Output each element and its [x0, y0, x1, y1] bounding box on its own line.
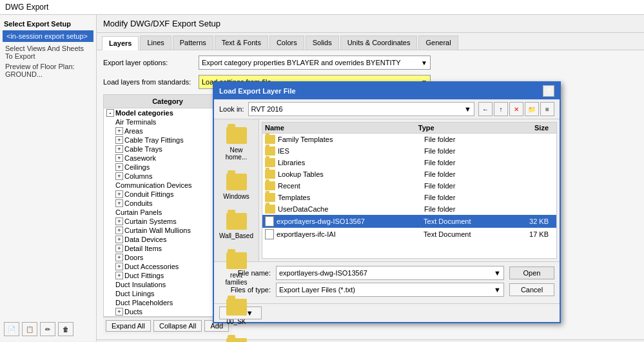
nav-old-plans[interactable]: OLD_PLANS [218, 336, 255, 342]
file-row-ies[interactable]: IES File folder [262, 145, 556, 157]
expand-conduit-fittings[interactable]: + [115, 190, 123, 198]
load-layers-label: Load layers from standards: [103, 78, 193, 86]
tabs-bar: Layers Lines Patterns Text & Fonts Color… [97, 33, 644, 50]
left-panel-item-views[interactable]: Select Views And Sheets To Export [3, 43, 93, 61]
file-row-lookup-tables[interactable]: Lookup Tables File folder [262, 168, 556, 180]
left-panel-selected-item[interactable]: <in-session export setup> [3, 30, 93, 42]
tab-lines[interactable]: Lines [140, 35, 171, 50]
look-in-arrow: ▼ [464, 105, 471, 113]
left-panel: Select Export Setup <in-session export s… [0, 15, 97, 341]
folder-icon-recent [265, 181, 275, 190]
expand-ducts[interactable]: + [115, 308, 123, 316]
export-layer-options-select[interactable]: Export category properties BYLAYER and o… [199, 55, 431, 70]
file-dialog-footer: Tools ▼ [214, 303, 560, 322]
expand-model-categories[interactable]: - [106, 109, 114, 117]
doc-icon-exportlayers-dwg [265, 216, 274, 226]
folder-icon-lookup-tables [265, 170, 275, 179]
app-title: DWG Export [5, 3, 48, 12]
file-row-exportlayers-dwg[interactable]: exportlayers-dwg-ISO13567 Text Document … [262, 215, 556, 228]
nav-windows[interactable]: Windows [218, 171, 255, 203]
file-dialog-title: Load Export Layer File [219, 87, 296, 95]
file-row-templates[interactable]: Templates File folder [262, 192, 556, 203]
nav-new-home-label: New home... [220, 146, 253, 161]
tab-units-coordinates[interactable]: Units & Coordinates [340, 35, 418, 50]
expand-curtain-systems[interactable]: + [115, 217, 123, 225]
doc-icon-exportlayers-ifc [265, 229, 274, 239]
file-type-label: Files of type: [219, 286, 271, 294]
rename-button[interactable]: ✏ [40, 322, 55, 336]
back-button[interactable]: ← [478, 102, 493, 116]
file-type-select[interactable]: Export Layer Files (*.txt) ▼ [276, 283, 504, 297]
nav-windows-label: Windows [223, 193, 249, 200]
expand-ceilings[interactable]: + [115, 163, 123, 171]
file-name-arrow: ▼ [494, 269, 501, 277]
left-panel-item-preview[interactable]: Preview of Floor Plan: GROUND... [3, 61, 93, 79]
00-sk-folder-icon [226, 299, 247, 316]
expand-areas[interactable]: + [115, 127, 123, 135]
file-name-input[interactable]: exportlayers-dwg-ISO13567 ▼ [276, 266, 504, 280]
folder-icon-family-templates [265, 135, 275, 144]
new-home-folder-icon [226, 127, 247, 144]
up-button[interactable]: ↑ [494, 102, 508, 116]
expand-doors[interactable]: + [115, 254, 123, 261]
file-row-libraries[interactable]: Libraries File folder [262, 157, 556, 168]
collapse-all-button[interactable]: Collapse All [153, 320, 202, 332]
open-button[interactable]: Open [509, 267, 554, 279]
expand-conduits[interactable]: + [115, 199, 123, 207]
file-dialog-body: New home... Windows Wall_Based [214, 119, 560, 261]
col-type: Type [418, 124, 495, 132]
tab-layers[interactable]: Layers [102, 36, 139, 50]
file-dialog-bottom: File name: exportlayers-dwg-ISO13567 ▼ O… [214, 261, 560, 303]
copy-button[interactable]: 📋 [22, 322, 37, 336]
file-dialog-help-button[interactable]: ? [543, 85, 554, 97]
wall-based-folder-icon [226, 213, 247, 230]
file-row-user-data-cache[interactable]: UserDataCache File folder [262, 203, 556, 215]
look-in-label: Look in: [219, 105, 244, 113]
col-size: Size [495, 124, 554, 132]
lower-area: Category - Model categories Air Terminal… [103, 94, 638, 334]
main-footer: OK Cancel [97, 339, 644, 342]
tab-solids[interactable]: Solids [306, 35, 339, 50]
nav-new-home[interactable]: New home... [218, 125, 255, 163]
file-left-nav: New home... Windows Wall_Based [214, 119, 259, 261]
file-list-header: Name Type Size [262, 123, 556, 134]
file-row-family-templates[interactable]: Family Templates File folder [262, 134, 556, 145]
windows-folder-icon [226, 174, 247, 190]
dialog-title: Modify DWG/DXF Export Setup [97, 15, 644, 33]
dialog-title-text: Modify DWG/DXF Export Setup [103, 19, 220, 28]
tab-text-fonts[interactable]: Text & Fonts [215, 35, 268, 50]
left-panel-title: Select Export Setup [3, 17, 93, 30]
export-layer-options-label: Export layer options: [103, 59, 193, 66]
export-layer-options-arrow: ▼ [421, 59, 427, 66]
expand-detail-items[interactable]: + [115, 245, 123, 252]
views-button[interactable]: ≡ [540, 102, 554, 116]
expand-curtain-wall-mullions[interactable]: + [115, 226, 123, 234]
tab-colors[interactable]: Colors [269, 35, 304, 50]
expand-cable-tray-fittings[interactable]: + [115, 136, 123, 144]
file-type-arrow: ▼ [494, 286, 501, 294]
revit-families-folder-icon [226, 252, 247, 269]
new-folder-button[interactable]: 📁 [525, 102, 539, 116]
tab-patterns[interactable]: Patterns [173, 35, 213, 50]
cancel-file-button[interactable]: Cancel [509, 283, 554, 296]
look-in-select[interactable]: RVT 2016 ▼ [248, 102, 474, 116]
expand-cable-trays[interactable]: + [115, 145, 123, 153]
file-type-row: Files of type: Export Layer Files (*.txt… [219, 283, 554, 297]
left-panel-bottom-buttons: 📄 📋 ✏ 🗑 [3, 319, 93, 339]
file-row-exportlayers-ifc[interactable]: exportlayers-ifc-IAI Text Document 17 KB [262, 228, 556, 241]
expand-casework[interactable]: + [115, 154, 123, 162]
nav-wall-based[interactable]: Wall_Based [218, 210, 255, 242]
new-button[interactable]: 📄 [4, 322, 19, 336]
expand-all-button[interactable]: Expand All [106, 320, 151, 332]
expand-duct-accessories[interactable]: + [115, 263, 123, 270]
delete-file-button[interactable]: ✕ [509, 102, 523, 116]
delete-button[interactable]: 🗑 [58, 322, 73, 336]
tab-general[interactable]: General [418, 35, 458, 50]
expand-duct-fittings[interactable]: + [115, 272, 123, 279]
file-row-recent[interactable]: Recent File folder [262, 180, 556, 192]
expand-data-devices[interactable]: + [115, 236, 123, 243]
file-name-label: File name: [219, 269, 271, 277]
content-area: Export layer options: Export category pr… [97, 50, 644, 339]
tools-arrow: ▼ [246, 309, 253, 317]
expand-columns[interactable]: + [115, 172, 123, 180]
